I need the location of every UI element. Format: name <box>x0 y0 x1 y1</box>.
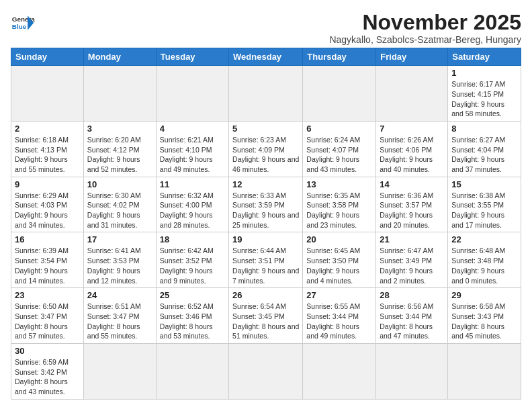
day-number: 23 <box>15 290 80 300</box>
calendar-cell <box>229 66 303 122</box>
day-info: Sunrise: 6:50 AM Sunset: 3:47 PM Dayligh… <box>15 302 80 341</box>
day-info: Sunrise: 6:17 AM Sunset: 4:15 PM Dayligh… <box>451 79 517 119</box>
day-info: Sunrise: 6:21 AM Sunset: 4:10 PM Dayligh… <box>160 135 225 175</box>
day-number: 17 <box>87 234 152 244</box>
day-info: Sunrise: 6:47 AM Sunset: 3:49 PM Dayligh… <box>380 246 444 285</box>
day-number: 14 <box>380 179 444 189</box>
day-number: 12 <box>232 179 299 189</box>
day-number: 22 <box>451 234 517 244</box>
day-number: 6 <box>306 124 372 134</box>
calendar-cell: 18Sunrise: 6:42 AM Sunset: 3:52 PM Dayli… <box>156 232 228 288</box>
day-info: Sunrise: 6:42 AM Sunset: 3:52 PM Dayligh… <box>160 246 225 285</box>
day-info: Sunrise: 6:58 AM Sunset: 3:43 PM Dayligh… <box>451 302 517 341</box>
day-info: Sunrise: 6:51 AM Sunset: 3:47 PM Dayligh… <box>87 302 152 341</box>
calendar-cell: 16Sunrise: 6:39 AM Sunset: 3:54 PM Dayli… <box>11 232 84 288</box>
calendar-cell: 10Sunrise: 6:30 AM Sunset: 4:02 PM Dayli… <box>83 177 156 232</box>
day-number: 19 <box>232 234 299 244</box>
weekday-header: Thursday <box>303 48 376 66</box>
svg-text:Blue: Blue <box>12 23 27 30</box>
day-number: 25 <box>160 290 225 300</box>
day-info: Sunrise: 6:23 AM Sunset: 4:09 PM Dayligh… <box>232 135 299 175</box>
calendar-cell: 26Sunrise: 6:54 AM Sunset: 3:45 PM Dayli… <box>229 288 303 344</box>
calendar-cell: 25Sunrise: 6:52 AM Sunset: 3:46 PM Dayli… <box>156 288 228 344</box>
day-number: 11 <box>160 179 225 189</box>
day-info: Sunrise: 6:29 AM Sunset: 4:03 PM Dayligh… <box>15 191 80 230</box>
calendar-cell: 28Sunrise: 6:56 AM Sunset: 3:44 PM Dayli… <box>376 288 448 344</box>
calendar-cell: 23Sunrise: 6:50 AM Sunset: 3:47 PM Dayli… <box>11 288 84 344</box>
week-row: 1Sunrise: 6:17 AM Sunset: 4:15 PM Daylig… <box>11 66 521 122</box>
page-header: General Blue November 2025 Nagykallo, Sz… <box>11 11 521 45</box>
calendar-cell: 15Sunrise: 6:38 AM Sunset: 3:55 PM Dayli… <box>448 177 521 232</box>
calendar-cell: 24Sunrise: 6:51 AM Sunset: 3:47 PM Dayli… <box>83 288 156 344</box>
day-number: 26 <box>232 290 299 300</box>
logo-icon: General Blue <box>11 11 35 35</box>
calendar-cell: 9Sunrise: 6:29 AM Sunset: 4:03 PM Daylig… <box>11 177 84 232</box>
calendar-cell <box>83 343 156 399</box>
calendar-cell: 27Sunrise: 6:55 AM Sunset: 3:44 PM Dayli… <box>303 288 376 344</box>
day-number: 4 <box>160 124 225 134</box>
calendar-cell <box>376 343 448 399</box>
day-info: Sunrise: 6:59 AM Sunset: 3:42 PM Dayligh… <box>15 357 80 397</box>
day-number: 9 <box>15 179 80 189</box>
weekday-header: Wednesday <box>229 48 303 66</box>
day-info: Sunrise: 6:35 AM Sunset: 3:58 PM Dayligh… <box>306 191 372 230</box>
day-info: Sunrise: 6:54 AM Sunset: 3:45 PM Dayligh… <box>232 302 299 341</box>
week-row: 30Sunrise: 6:59 AM Sunset: 3:42 PM Dayli… <box>11 343 521 399</box>
day-info: Sunrise: 6:45 AM Sunset: 3:50 PM Dayligh… <box>306 246 372 285</box>
day-number: 21 <box>380 234 444 244</box>
calendar-cell: 12Sunrise: 6:33 AM Sunset: 3:59 PM Dayli… <box>229 177 303 232</box>
day-number: 3 <box>87 124 152 134</box>
day-info: Sunrise: 6:56 AM Sunset: 3:44 PM Dayligh… <box>380 302 444 341</box>
calendar-cell <box>156 66 228 122</box>
day-info: Sunrise: 6:55 AM Sunset: 3:44 PM Dayligh… <box>306 302 372 341</box>
logo: General Blue <box>11 11 35 35</box>
day-info: Sunrise: 6:27 AM Sunset: 4:04 PM Dayligh… <box>451 135 517 175</box>
day-info: Sunrise: 6:18 AM Sunset: 4:13 PM Dayligh… <box>15 135 80 175</box>
month-title: November 2025 <box>329 11 521 34</box>
week-row: 9Sunrise: 6:29 AM Sunset: 4:03 PM Daylig… <box>11 177 521 232</box>
day-number: 30 <box>15 346 80 356</box>
day-info: Sunrise: 6:26 AM Sunset: 4:06 PM Dayligh… <box>380 135 444 175</box>
day-number: 20 <box>306 234 372 244</box>
weekday-header: Sunday <box>11 48 84 66</box>
day-info: Sunrise: 6:30 AM Sunset: 4:02 PM Dayligh… <box>87 191 152 230</box>
weekday-header: Tuesday <box>156 48 228 66</box>
day-info: Sunrise: 6:44 AM Sunset: 3:51 PM Dayligh… <box>232 246 299 285</box>
day-info: Sunrise: 6:32 AM Sunset: 4:00 PM Dayligh… <box>160 191 225 230</box>
day-number: 15 <box>451 179 517 189</box>
weekday-header: Friday <box>376 48 448 66</box>
day-number: 5 <box>232 124 299 134</box>
day-info: Sunrise: 6:41 AM Sunset: 3:53 PM Dayligh… <box>87 246 152 285</box>
calendar-cell: 1Sunrise: 6:17 AM Sunset: 4:15 PM Daylig… <box>448 66 521 122</box>
calendar-cell <box>303 343 376 399</box>
week-row: 23Sunrise: 6:50 AM Sunset: 3:47 PM Dayli… <box>11 288 521 344</box>
calendar-cell <box>376 66 448 122</box>
calendar-cell: 4Sunrise: 6:21 AM Sunset: 4:10 PM Daylig… <box>156 121 228 177</box>
calendar-cell: 22Sunrise: 6:48 AM Sunset: 3:48 PM Dayli… <box>448 232 521 288</box>
calendar-cell: 29Sunrise: 6:58 AM Sunset: 3:43 PM Dayli… <box>448 288 521 344</box>
day-number: 10 <box>87 179 152 189</box>
day-info: Sunrise: 6:36 AM Sunset: 3:57 PM Dayligh… <box>380 191 444 230</box>
calendar-cell: 21Sunrise: 6:47 AM Sunset: 3:49 PM Dayli… <box>376 232 448 288</box>
calendar-cell: 6Sunrise: 6:24 AM Sunset: 4:07 PM Daylig… <box>303 121 376 177</box>
day-info: Sunrise: 6:38 AM Sunset: 3:55 PM Dayligh… <box>451 191 517 230</box>
weekday-header-row: SundayMondayTuesdayWednesdayThursdayFrid… <box>11 48 521 66</box>
title-area: November 2025 Nagykallo, Szabolcs-Szatma… <box>329 11 521 45</box>
day-info: Sunrise: 6:20 AM Sunset: 4:12 PM Dayligh… <box>87 135 152 175</box>
week-row: 2Sunrise: 6:18 AM Sunset: 4:13 PM Daylig… <box>11 121 521 177</box>
calendar-cell <box>229 343 303 399</box>
day-number: 16 <box>15 234 80 244</box>
calendar-cell: 14Sunrise: 6:36 AM Sunset: 3:57 PM Dayli… <box>376 177 448 232</box>
calendar-cell <box>11 66 84 122</box>
calendar-cell <box>83 66 156 122</box>
day-info: Sunrise: 6:24 AM Sunset: 4:07 PM Dayligh… <box>306 135 372 175</box>
calendar-cell: 5Sunrise: 6:23 AM Sunset: 4:09 PM Daylig… <box>229 121 303 177</box>
calendar-cell: 19Sunrise: 6:44 AM Sunset: 3:51 PM Dayli… <box>229 232 303 288</box>
calendar-cell <box>303 66 376 122</box>
day-number: 29 <box>451 290 517 300</box>
day-number: 2 <box>15 124 80 134</box>
calendar-cell: 20Sunrise: 6:45 AM Sunset: 3:50 PM Dayli… <box>303 232 376 288</box>
calendar-cell: 7Sunrise: 6:26 AM Sunset: 4:06 PM Daylig… <box>376 121 448 177</box>
calendar-cell: 30Sunrise: 6:59 AM Sunset: 3:42 PM Dayli… <box>11 343 84 399</box>
weekday-header: Saturday <box>448 48 521 66</box>
